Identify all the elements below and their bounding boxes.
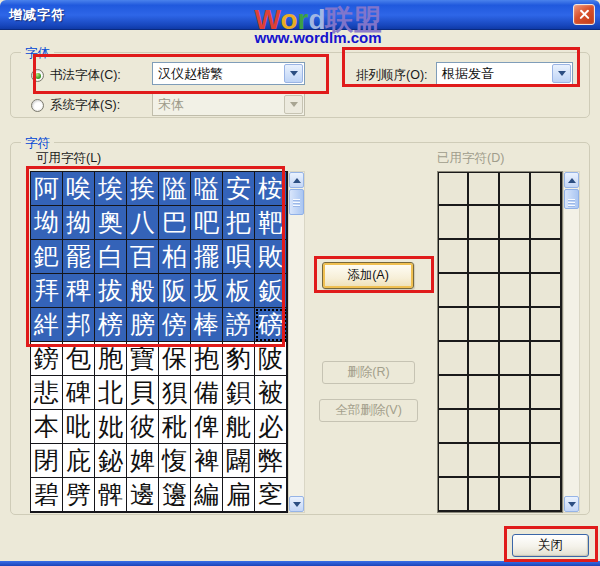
calligraphy-font-dropdown-button[interactable]	[284, 64, 303, 83]
used-char-cell[interactable]	[531, 206, 562, 240]
used-char-cell[interactable]	[469, 410, 500, 444]
used-char-cell[interactable]	[531, 444, 562, 478]
available-char-cell[interactable]: 唄	[223, 240, 255, 274]
available-char-cell[interactable]: 包	[63, 342, 95, 376]
available-grid-scrollbar[interactable]	[288, 171, 305, 513]
available-char-cell[interactable]: 寶	[127, 342, 159, 376]
scroll-up-button[interactable]	[564, 172, 579, 188]
available-char-cell[interactable]: 劈	[63, 478, 95, 512]
available-char-cell[interactable]: 胞	[95, 342, 127, 376]
available-char-cell[interactable]: 柏	[159, 240, 191, 274]
available-char-cell[interactable]: 悲	[31, 376, 63, 410]
available-char-cell[interactable]: 謗	[223, 308, 255, 342]
used-char-cell[interactable]	[500, 206, 531, 240]
available-char-cell[interactable]: 坳	[31, 206, 63, 240]
used-char-cell[interactable]	[438, 308, 469, 342]
calligraphy-font-radio[interactable]	[31, 69, 44, 82]
available-char-cell[interactable]: 挨	[127, 172, 159, 206]
used-char-cell[interactable]	[438, 444, 469, 478]
scroll-up-button[interactable]	[289, 172, 304, 188]
used-char-cell[interactable]	[531, 240, 562, 274]
used-char-cell[interactable]	[531, 274, 562, 308]
scroll-down-button[interactable]	[289, 496, 304, 512]
available-char-cell[interactable]: 隘	[159, 172, 191, 206]
used-char-cell[interactable]	[531, 172, 562, 206]
sort-order-select[interactable]: 根据发音	[436, 62, 573, 85]
available-char-cell[interactable]: 吡	[63, 410, 95, 444]
used-char-cell[interactable]	[500, 478, 531, 512]
used-char-cell[interactable]	[500, 376, 531, 410]
used-char-cell[interactable]	[469, 342, 500, 376]
available-char-cell[interactable]: 貝	[127, 376, 159, 410]
available-char-cell[interactable]: 拔	[95, 274, 127, 308]
available-char-cell[interactable]: 擺	[191, 240, 223, 274]
available-char-cell[interactable]: 庇	[63, 444, 95, 478]
used-char-cell[interactable]	[500, 308, 531, 342]
available-char-cell[interactable]: 鈑	[255, 274, 287, 308]
available-char-cell[interactable]: 唉	[63, 172, 95, 206]
available-char-cell[interactable]: 坂	[191, 274, 223, 308]
available-char-cell[interactable]: 鈀	[31, 240, 63, 274]
used-char-cell[interactable]	[438, 240, 469, 274]
available-char-cell[interactable]: 把	[223, 206, 255, 240]
available-char-cell[interactable]: 本	[31, 410, 63, 444]
available-char-cell[interactable]: 桉	[255, 172, 287, 206]
used-grid-scrollbar[interactable]	[563, 171, 580, 513]
used-char-cell[interactable]	[469, 444, 500, 478]
used-char-cell[interactable]	[438, 410, 469, 444]
used-char-cell[interactable]	[500, 172, 531, 206]
scrollbar-thumb[interactable]	[564, 189, 579, 209]
available-char-cell[interactable]: 狽	[159, 376, 191, 410]
available-char-cell[interactable]: 棒	[191, 308, 223, 342]
used-char-cell[interactable]	[469, 274, 500, 308]
available-char-cell[interactable]: 裨	[191, 444, 223, 478]
used-char-cell[interactable]	[469, 376, 500, 410]
used-char-cell[interactable]	[500, 410, 531, 444]
available-char-cell[interactable]: 鎊	[31, 342, 63, 376]
scrollbar-thumb[interactable]	[289, 189, 304, 215]
available-char-cell[interactable]: 保	[159, 342, 191, 376]
available-char-cell[interactable]: 編	[191, 478, 223, 512]
available-char-cell[interactable]: 碧	[31, 478, 63, 512]
available-char-grid[interactable]: 阿唉埃挨隘嗌安桉坳拗奥八巴吧把靶鈀罷白百柏擺唄敗拜稗拔般阪坂板鈑絆邦榜膀傍棒謗磅…	[30, 171, 288, 513]
available-char-cell[interactable]: 北	[95, 376, 127, 410]
available-char-cell[interactable]: 吧	[191, 206, 223, 240]
calligraphy-font-select[interactable]: 汉仪赵楷繁	[152, 62, 305, 85]
available-char-cell[interactable]: 安	[223, 172, 255, 206]
available-char-cell[interactable]: 鉍	[95, 444, 127, 478]
available-char-cell[interactable]: 弊	[255, 444, 287, 478]
available-char-cell[interactable]: 秕	[159, 410, 191, 444]
calligraphy-font-label[interactable]: 书法字体(C):	[50, 67, 121, 84]
available-char-cell[interactable]: 嗌	[191, 172, 223, 206]
available-char-cell[interactable]: 敗	[255, 240, 287, 274]
available-char-cell[interactable]: 愎	[159, 444, 191, 478]
used-char-cell[interactable]	[500, 240, 531, 274]
used-char-cell[interactable]	[469, 478, 500, 512]
available-char-cell[interactable]: 百	[127, 240, 159, 274]
used-char-cell[interactable]	[438, 274, 469, 308]
used-char-cell[interactable]	[438, 342, 469, 376]
available-char-cell[interactable]: 拗	[63, 206, 95, 240]
available-char-cell[interactable]: 闢	[223, 444, 255, 478]
used-char-grid[interactable]	[437, 171, 563, 513]
sort-order-dropdown-button[interactable]	[552, 64, 571, 83]
used-char-cell[interactable]	[531, 308, 562, 342]
available-char-cell[interactable]: 靶	[255, 206, 287, 240]
available-char-cell[interactable]: 稗	[63, 274, 95, 308]
available-char-cell[interactable]: 般	[127, 274, 159, 308]
available-char-cell[interactable]: 埃	[95, 172, 127, 206]
available-char-cell[interactable]: 邦	[63, 308, 95, 342]
available-char-cell[interactable]: 膀	[127, 308, 159, 342]
available-char-cell[interactable]: 彼	[127, 410, 159, 444]
available-char-cell[interactable]: 閉	[31, 444, 63, 478]
used-char-cell[interactable]	[438, 478, 469, 512]
available-char-cell[interactable]: 妣	[95, 410, 127, 444]
available-char-cell[interactable]: 備	[191, 376, 223, 410]
available-char-cell[interactable]: 豹	[223, 342, 255, 376]
available-char-cell[interactable]: 窆	[255, 478, 287, 512]
available-char-cell[interactable]: 板	[223, 274, 255, 308]
available-char-cell[interactable]: 阪	[159, 274, 191, 308]
available-char-cell[interactable]: 八	[127, 206, 159, 240]
used-char-cell[interactable]	[531, 478, 562, 512]
available-char-cell[interactable]: 罷	[63, 240, 95, 274]
